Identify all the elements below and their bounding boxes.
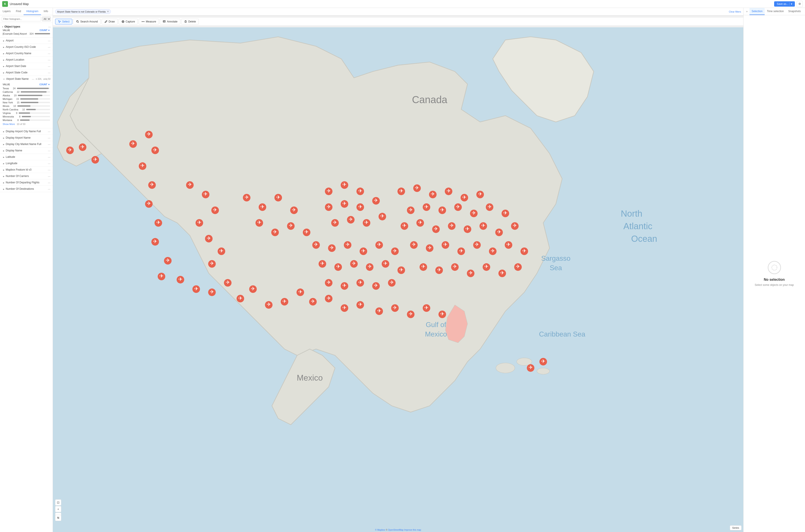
state-data-row: Illinois 10 [2,104,51,108]
field-item-departing-flights[interactable]: Number Of Departing Flights [0,179,53,186]
field-item-location[interactable]: Airport Location [0,57,53,63]
field-menu-longitude[interactable] [48,162,51,165]
sidebar-collapse-button[interactable]: ≫ [51,8,53,15]
field-chevron-location [3,58,4,61]
field-item-display-city-name[interactable]: Display Airport City Name Full [0,128,53,135]
field-menu-display-name[interactable] [48,149,51,152]
field-item-display-city-market[interactable]: Display City Market Name Full [0,141,53,148]
state-row-bar [17,105,31,107]
svg-text:✈: ✈ [529,364,533,370]
field-menu-latitude[interactable] [48,155,51,158]
gulf-label: Gulf of [426,321,446,328]
filter-histogram-input[interactable] [2,17,41,21]
svg-text:✈: ✈ [516,264,520,269]
svg-text:✈: ✈ [333,220,337,225]
tab-histogram[interactable]: Histogram [23,8,41,15]
field-item-start-date[interactable]: Airport Start Date [0,63,53,70]
field-item-latitude[interactable]: Latitude [0,154,53,160]
svg-text:✈: ✈ [393,305,397,310]
svg-text:✈: ✈ [289,223,293,228]
search-around-button[interactable]: Search Around [73,19,100,24]
state-row-name: Virginia [3,112,11,114]
field-item-longitude[interactable]: Longitude [0,160,53,167]
series-button[interactable]: Series [730,526,742,530]
field-menu-airport[interactable] [48,39,51,42]
object-types-menu-icon[interactable] [49,25,51,28]
field-menu-departing-flights[interactable] [48,181,51,184]
field-menu-destinations[interactable] [48,187,51,190]
tab-find[interactable]: Find [13,8,23,15]
map-background[interactable]: Canada Mexico North Atlantic Ocean Gulf … [53,27,743,532]
show-more-link[interactable]: Show More [3,123,15,126]
field-menu-state-name[interactable] [32,77,34,80]
field-item-display-name[interactable]: Display Name [0,148,53,154]
sort-icon: ▼ [48,29,50,32]
tab-time-selection[interactable]: Time selection [765,8,786,15]
object-type-bar-wrap [35,33,50,34]
field-item-carriers[interactable]: Number Of Carriers [0,173,53,179]
tab-info[interactable]: Info [41,8,51,15]
svg-text:✈: ✈ [194,286,199,291]
svg-text:✈: ✈ [304,229,308,235]
svg-text:✈: ✈ [251,286,255,291]
field-item-destinations[interactable]: Number Of Destinations [0,186,53,192]
svg-point-1 [122,20,124,23]
filter-select[interactable]: All [42,17,51,21]
field-item-display-airport-name[interactable]: Display Airport Name [0,135,53,141]
save-button[interactable]: Save as... ▾ [774,1,795,6]
openstreetmap-link[interactable]: OpenStreetMap [388,529,404,531]
field-menu-start-date[interactable] [48,64,51,68]
tab-selection[interactable]: Selection [749,8,765,15]
svg-text:✈: ✈ [342,182,347,187]
svg-text:✈: ✈ [491,248,495,254]
capture-button[interactable]: Capture [118,19,138,24]
svg-text:✈: ✈ [160,273,164,279]
svg-text:✈: ✈ [276,194,280,200]
field-menu-display-city-market[interactable] [48,142,51,146]
draw-button[interactable]: Draw [101,19,118,24]
field-menu-country-iso[interactable] [48,45,51,49]
zoom-in-button[interactable]: + [55,506,61,512]
field-item-country-name[interactable]: Airport Country Name [0,50,53,57]
measure-button[interactable]: Measure [139,19,159,24]
right-panel-expand-icon[interactable]: » [744,8,749,15]
object-types-section: Object types VALUE COUNT ▼ [Example Data… [0,23,53,37]
tab-layers[interactable]: Layers [0,8,13,15]
field-menu-carriers[interactable] [48,174,51,178]
svg-text:✈: ✈ [541,358,545,364]
field-item-state-code[interactable]: Airport State Code [0,70,53,76]
field-item-country-iso[interactable]: Airport Country ISO Code [0,44,53,50]
state-row-count: 19 [10,94,17,97]
field-item-state-name-header[interactable]: Airport State Name n 324, uniq 50 [0,76,53,82]
state-row-name: Minnesota [3,115,14,118]
field-label-start-date: Airport Start Date [6,64,26,68]
field-menu-display-city-name[interactable] [48,130,51,133]
object-types-col-headers: VALUE COUNT ▼ [2,29,51,32]
field-item-mapbox-feature[interactable]: Mapbox Feature Id v3 [0,167,53,173]
field-menu-mapbox-feature[interactable] [48,168,51,171]
save-label: Save as... [777,2,788,5]
atlantic-label: North [621,209,642,218]
zoom-extent-button[interactable]: ⊡ [55,499,61,506]
settings-button[interactable]: ⚙ [797,1,803,7]
tab-snapshots[interactable]: Snapshots [786,8,803,15]
field-item-airport[interactable]: Airport [0,37,53,44]
improve-map-link[interactable]: Improve this map [404,529,421,531]
state-row-bar-wrap [19,112,50,114]
field-label-country-iso: Airport Country ISO Code [6,45,36,49]
canada-label: Canada [412,94,447,105]
annotate-button[interactable]: Annotate [160,19,180,24]
state-row-bar [22,116,31,117]
field-menu-location[interactable] [48,58,51,61]
clear-filters-button[interactable]: Clear filters [729,11,741,13]
field-menu-state-code[interactable] [48,71,51,74]
object-types-header[interactable]: Object types [2,24,51,29]
field-menu-display-airport-name[interactable] [48,136,51,139]
select-button[interactable]: Select [55,19,72,24]
filter-chip-close-icon[interactable]: ✕ [107,10,109,13]
delete-button[interactable]: Delete [181,19,199,24]
svg-text:✈: ✈ [210,289,214,294]
mapbox-link[interactable]: © Mapbox [375,529,385,531]
field-menu-country-name[interactable] [48,52,51,55]
state-row-count: 24 [9,87,16,90]
